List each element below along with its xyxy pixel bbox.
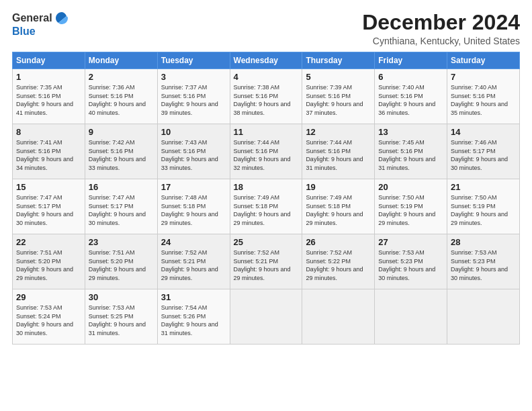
header: General Blue December 2024 Cynthiana, Ke… [12, 11, 520, 46]
day-cell: 19Sunrise: 7:49 AMSunset: 5:18 PMDayligh… [302, 179, 375, 234]
day-cell: 28Sunrise: 7:53 AMSunset: 5:23 PMDayligh… [447, 234, 520, 289]
day-number: 31 [161, 292, 226, 302]
day-info: Sunrise: 7:48 AMSunset: 5:18 PMDaylight:… [161, 193, 226, 227]
day-info: Sunrise: 7:40 AMSunset: 5:16 PMDaylight:… [378, 83, 443, 117]
day-info: Sunrise: 7:37 AMSunset: 5:16 PMDaylight:… [161, 83, 226, 117]
day-cell: 6Sunrise: 7:40 AMSunset: 5:16 PMDaylight… [375, 69, 447, 124]
day-info: Sunrise: 7:42 AMSunset: 5:16 PMDaylight:… [89, 138, 154, 172]
day-info: Sunrise: 7:52 AMSunset: 5:22 PMDaylight:… [306, 248, 371, 282]
day-info: Sunrise: 7:40 AMSunset: 5:16 PMDaylight:… [451, 83, 516, 117]
logo-general: General [12, 12, 52, 24]
day-cell: 20Sunrise: 7:50 AMSunset: 5:19 PMDayligh… [375, 179, 447, 234]
day-cell: 18Sunrise: 7:49 AMSunset: 5:18 PMDayligh… [230, 179, 302, 234]
day-cell: 15Sunrise: 7:47 AMSunset: 5:17 PMDayligh… [13, 179, 85, 234]
day-number: 11 [234, 127, 299, 137]
week-row-5: 29Sunrise: 7:53 AMSunset: 5:24 PMDayligh… [13, 289, 520, 345]
day-info: Sunrise: 7:54 AMSunset: 5:26 PMDaylight:… [161, 304, 226, 337]
day-cell: 17Sunrise: 7:48 AMSunset: 5:18 PMDayligh… [157, 179, 230, 234]
header-cell-saturday: Saturday [447, 52, 520, 69]
day-number: 20 [378, 182, 443, 192]
day-cell: 30Sunrise: 7:53 AMSunset: 5:25 PMDayligh… [85, 289, 157, 345]
day-number: 8 [16, 127, 81, 137]
day-cell: 3Sunrise: 7:37 AMSunset: 5:16 PMDaylight… [157, 69, 230, 124]
header-cell-thursday: Thursday [302, 52, 375, 69]
day-number: 14 [451, 127, 516, 137]
logo: General Blue [12, 11, 69, 38]
day-info: Sunrise: 7:51 AMSunset: 5:20 PMDaylight:… [89, 248, 154, 282]
day-cell: 10Sunrise: 7:43 AMSunset: 5:16 PMDayligh… [157, 124, 230, 179]
day-cell [447, 289, 520, 345]
header-cell-sunday: Sunday [13, 52, 85, 69]
day-number: 5 [306, 72, 371, 82]
day-cell: 26Sunrise: 7:52 AMSunset: 5:22 PMDayligh… [302, 234, 375, 289]
day-cell: 1Sunrise: 7:35 AMSunset: 5:16 PMDaylight… [13, 69, 85, 124]
day-number: 16 [89, 182, 154, 192]
week-row-3: 15Sunrise: 7:47 AMSunset: 5:17 PMDayligh… [13, 179, 520, 234]
day-cell [230, 289, 302, 345]
day-info: Sunrise: 7:45 AMSunset: 5:16 PMDaylight:… [378, 138, 443, 172]
day-number: 30 [89, 292, 154, 302]
day-cell: 27Sunrise: 7:53 AMSunset: 5:23 PMDayligh… [375, 234, 447, 289]
day-info: Sunrise: 7:43 AMSunset: 5:16 PMDaylight:… [161, 138, 226, 172]
header-row: SundayMondayTuesdayWednesdayThursdayFrid… [13, 52, 520, 69]
day-cell: 12Sunrise: 7:44 AMSunset: 5:16 PMDayligh… [302, 124, 375, 179]
day-cell: 29Sunrise: 7:53 AMSunset: 5:24 PMDayligh… [13, 289, 85, 345]
day-info: Sunrise: 7:50 AMSunset: 5:19 PMDaylight:… [451, 193, 516, 227]
day-info: Sunrise: 7:46 AMSunset: 5:17 PMDaylight:… [451, 138, 516, 172]
day-cell: 21Sunrise: 7:50 AMSunset: 5:19 PMDayligh… [447, 179, 520, 234]
day-number: 27 [378, 237, 443, 247]
week-row-1: 1Sunrise: 7:35 AMSunset: 5:16 PMDaylight… [13, 69, 520, 124]
day-info: Sunrise: 7:47 AMSunset: 5:17 PMDaylight:… [89, 193, 154, 227]
day-cell: 11Sunrise: 7:44 AMSunset: 5:16 PMDayligh… [230, 124, 302, 179]
day-info: Sunrise: 7:50 AMSunset: 5:19 PMDaylight:… [378, 193, 443, 227]
day-info: Sunrise: 7:44 AMSunset: 5:16 PMDaylight:… [234, 138, 299, 172]
page: General Blue December 2024 Cynthiana, Ke… [0, 0, 532, 411]
logo-icon [54, 11, 69, 26]
day-info: Sunrise: 7:51 AMSunset: 5:20 PMDaylight:… [16, 248, 81, 282]
day-cell: 14Sunrise: 7:46 AMSunset: 5:17 PMDayligh… [447, 124, 520, 179]
day-info: Sunrise: 7:47 AMSunset: 5:17 PMDaylight:… [16, 193, 81, 227]
day-info: Sunrise: 7:38 AMSunset: 5:16 PMDaylight:… [234, 83, 299, 117]
week-row-2: 8Sunrise: 7:41 AMSunset: 5:16 PMDaylight… [13, 124, 520, 179]
day-cell: 16Sunrise: 7:47 AMSunset: 5:17 PMDayligh… [85, 179, 157, 234]
week-row-4: 22Sunrise: 7:51 AMSunset: 5:20 PMDayligh… [13, 234, 520, 289]
location: Cynthiana, Kentucky, United States [362, 36, 520, 46]
day-number: 7 [451, 72, 516, 82]
day-info: Sunrise: 7:49 AMSunset: 5:18 PMDaylight:… [234, 193, 299, 227]
calendar-body: 1Sunrise: 7:35 AMSunset: 5:16 PMDaylight… [13, 69, 520, 345]
title-area: December 2024 Cynthiana, Kentucky, Unite… [362, 11, 520, 46]
day-cell: 9Sunrise: 7:42 AMSunset: 5:16 PMDaylight… [85, 124, 157, 179]
day-info: Sunrise: 7:52 AMSunset: 5:21 PMDaylight:… [234, 248, 299, 282]
day-cell [302, 289, 375, 345]
day-info: Sunrise: 7:35 AMSunset: 5:16 PMDaylight:… [16, 83, 81, 117]
day-cell: 24Sunrise: 7:52 AMSunset: 5:21 PMDayligh… [157, 234, 230, 289]
day-number: 19 [306, 182, 371, 192]
day-cell [375, 289, 447, 345]
day-number: 3 [161, 72, 226, 82]
day-cell: 8Sunrise: 7:41 AMSunset: 5:16 PMDaylight… [13, 124, 85, 179]
calendar-header: SundayMondayTuesdayWednesdayThursdayFrid… [13, 52, 520, 69]
day-info: Sunrise: 7:36 AMSunset: 5:16 PMDaylight:… [89, 83, 154, 117]
day-number: 13 [378, 127, 443, 137]
day-cell: 2Sunrise: 7:36 AMSunset: 5:16 PMDaylight… [85, 69, 157, 124]
header-cell-tuesday: Tuesday [157, 52, 230, 69]
day-number: 10 [161, 127, 226, 137]
day-number: 25 [234, 237, 299, 247]
day-cell: 4Sunrise: 7:38 AMSunset: 5:16 PMDaylight… [230, 69, 302, 124]
logo-blue: Blue [12, 26, 36, 38]
header-cell-wednesday: Wednesday [230, 52, 302, 69]
day-number: 2 [89, 72, 154, 82]
day-number: 17 [161, 182, 226, 192]
day-cell: 23Sunrise: 7:51 AMSunset: 5:20 PMDayligh… [85, 234, 157, 289]
day-cell: 25Sunrise: 7:52 AMSunset: 5:21 PMDayligh… [230, 234, 302, 289]
day-cell: 22Sunrise: 7:51 AMSunset: 5:20 PMDayligh… [13, 234, 85, 289]
day-info: Sunrise: 7:41 AMSunset: 5:16 PMDaylight:… [16, 138, 81, 172]
day-number: 29 [16, 292, 81, 302]
day-number: 9 [89, 127, 154, 137]
day-number: 18 [234, 182, 299, 192]
month-title: December 2024 [362, 11, 520, 34]
day-number: 28 [451, 237, 516, 247]
day-number: 22 [16, 237, 81, 247]
day-cell: 13Sunrise: 7:45 AMSunset: 5:16 PMDayligh… [375, 124, 447, 179]
day-info: Sunrise: 7:53 AMSunset: 5:24 PMDaylight:… [16, 304, 81, 337]
